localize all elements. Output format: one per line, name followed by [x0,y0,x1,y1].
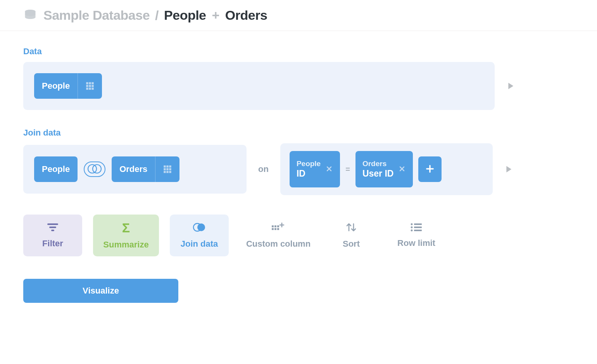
svg-rect-15 [164,168,166,170]
svg-rect-12 [164,165,166,167]
row-limit-button[interactable]: Row limit [385,215,447,256]
svg-rect-9 [91,88,93,89]
query-editor: Data People [0,31,597,326]
svg-rect-22 [49,227,56,228]
join-section-label: Join data [23,128,574,138]
join-section: Join data People Orders [23,128,574,195]
breadcrumb-database[interactable]: Sample Database [43,8,150,23]
remove-left-column-icon[interactable] [325,165,333,174]
filter-icon [47,223,59,233]
data-table-token[interactable]: People [34,73,102,99]
svg-rect-28 [277,225,279,227]
data-section-label: Data [23,46,574,57]
join-on-label: on [254,164,273,174]
svg-rect-5 [89,85,91,87]
remove-right-column-icon[interactable] [398,165,406,174]
svg-rect-29 [272,228,274,230]
data-panel: People [23,62,495,110]
svg-rect-16 [167,168,169,170]
breadcrumb: Sample Database / People + Orders [43,8,267,23]
summarize-button[interactable]: Σ Summarize [93,215,159,256]
table-columns-icon[interactable] [155,156,179,182]
header: Sample Database / People + Orders [0,0,597,31]
join-condition-panel: People ID = Orders User ID [280,143,493,195]
data-section: Data People [23,46,574,110]
svg-rect-4 [86,85,88,87]
svg-rect-13 [167,165,169,167]
svg-point-36 [411,229,413,231]
svg-rect-31 [277,228,279,230]
join-left-table-label: People [42,164,70,174]
join-tables-panel: People Orders [23,145,247,194]
sort-label: Sort [343,239,360,249]
filter-label: Filter [42,239,63,249]
custom-column-icon [272,222,285,234]
venn-icon [86,163,103,175]
join-right-column-field: User ID [362,168,394,179]
join-left-column-field: ID [297,168,305,179]
breadcrumb-table1[interactable]: People [164,8,206,22]
venn-icon [192,222,207,234]
visualize-button[interactable]: Visualize [23,279,178,303]
svg-point-34 [411,226,413,228]
svg-rect-37 [414,230,422,231]
svg-rect-30 [274,228,276,230]
svg-rect-26 [272,225,274,227]
sort-icon [345,222,358,234]
svg-point-25 [197,223,205,231]
svg-rect-33 [414,223,422,225]
svg-rect-6 [91,85,93,87]
svg-rect-17 [169,168,171,170]
join-data-button[interactable]: Join data [170,215,229,256]
join-left-column-table: People [297,160,321,168]
svg-rect-23 [51,230,54,231]
join-right-column-pill[interactable]: Orders User ID [355,151,413,187]
filter-button[interactable]: Filter [23,215,82,256]
list-icon [411,223,422,233]
custom-column-label: Custom column [246,239,311,249]
breadcrumb-separator: / [155,8,159,23]
sort-button[interactable]: Sort [328,215,374,256]
join-right-table-token[interactable]: Orders [112,156,179,182]
add-join-condition-button[interactable] [418,156,442,182]
equals-label: = [345,165,350,174]
breadcrumb-join-sep: + [212,8,219,22]
join-right-table-label: Orders [112,164,155,174]
database-icon [23,9,37,22]
svg-rect-7 [86,88,88,89]
svg-rect-19 [167,171,169,173]
svg-rect-21 [47,223,58,225]
sigma-icon: Σ [122,221,130,234]
breadcrumb-table2[interactable]: Orders [225,8,267,22]
summarize-label: Summarize [103,240,148,250]
svg-rect-3 [91,82,93,84]
svg-rect-27 [274,225,276,227]
row-limit-label: Row limit [397,238,435,248]
stage-actions-row: Filter Σ Summarize Join data [23,215,574,256]
join-left-table-token[interactable]: People [34,156,78,182]
join-right-column-table: Orders [362,160,386,168]
svg-rect-8 [89,88,91,89]
svg-rect-18 [164,171,166,173]
run-join-stage-button[interactable] [500,161,517,178]
data-table-label: People [34,81,78,91]
run-data-stage-button[interactable] [502,77,519,94]
plus-icon [424,163,435,175]
svg-rect-2 [89,82,91,84]
svg-point-32 [411,223,413,225]
join-data-label: Join data [181,239,218,249]
svg-rect-1 [86,82,88,84]
table-columns-icon[interactable] [78,73,102,99]
join-type-button[interactable] [84,161,105,177]
custom-column-button[interactable]: Custom column [240,215,317,256]
join-left-column-pill[interactable]: People ID [290,151,340,187]
svg-rect-14 [169,165,171,167]
visualize-label: Visualize [83,286,119,295]
svg-rect-20 [169,171,171,173]
svg-rect-35 [414,227,422,228]
